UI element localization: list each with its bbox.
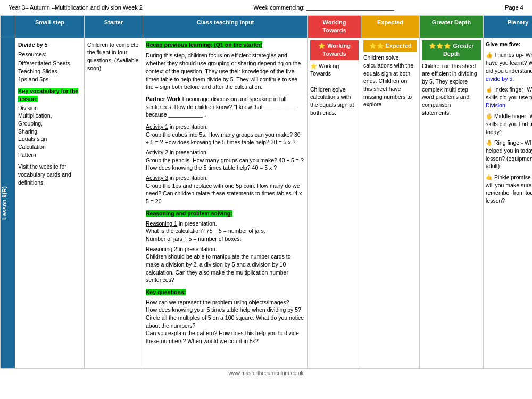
plenary-index: ☝ Index finger- What skills did you use …: [486, 86, 532, 109]
working-towards-cell: ⭐ Working Towards ⭐ Working Towards Chil…: [308, 38, 361, 368]
working-towards-label: Working Towards: [322, 43, 351, 57]
greater-depth-header: ⭐⭐⭐ Greater Depth: [422, 40, 481, 60]
expected-header: ⭐⭐ Expected: [363, 40, 417, 52]
recap-highlight: Recap previous learning: (Q1 on the star…: [146, 41, 262, 48]
key-questions-highlight: Key questions:: [146, 289, 186, 295]
starter-cell: Children to complete the fluent in four …: [85, 38, 143, 368]
ring-icon: 🤚: [486, 139, 493, 146]
key-questions-text: How can we represent the problem using o…: [146, 298, 305, 345]
small-step-title: Divide by 5: [18, 41, 81, 49]
expected-cell: ⭐⭐ Expected Children solve calculations …: [361, 38, 420, 368]
expected-label: Expected: [386, 43, 412, 49]
partner-work-label: Partner Work: [146, 96, 181, 102]
pinkie-icon: 🤙: [486, 174, 493, 180]
plenary-title: Give me five:: [486, 40, 532, 48]
col-header-small-step: Small step: [15, 16, 85, 38]
week-commencing: Week commencing: _______________________…: [253, 4, 394, 11]
key-questions-section: Key questions: How can we represent the …: [146, 288, 305, 345]
page-number: Page 4: [505, 4, 523, 11]
activity1: Activity 1 in presentation.Group the cub…: [146, 123, 305, 146]
col-header-plenary: Plenary: [484, 16, 533, 38]
vocab-list: DivisionMultiplication,Grouping,SharingE…: [18, 104, 81, 159]
small-step-cell: Divide by 5 Resources: Differentiated Sh…: [15, 38, 85, 368]
starter-text: Children to complete the fluent in four …: [87, 41, 140, 72]
working-towards-header: ⭐ Working Towards: [310, 40, 359, 60]
col-header-class-teaching: Class teaching input: [143, 16, 308, 38]
expected-text: Children solve calculations with the equ…: [363, 54, 417, 109]
resources-label: Resources:: [18, 51, 81, 59]
plenary-middle: 🖐 Middle finger- What skills did you fin…: [486, 112, 532, 136]
activity1-label: Activity 1: [146, 123, 168, 130]
vocab-label: Key vocabulary for the lesson:: [18, 87, 81, 103]
activity3: Activity 3 in presentation.Group the 1ps…: [146, 174, 305, 205]
reasoning-section: Reasoning and problem solving: Reasoning…: [146, 210, 305, 284]
col-header-lesson: [1, 16, 15, 38]
reasoning-highlight: Reasoning and problem solving:: [146, 210, 232, 217]
partner-work: Partner Work Encourage discussion and sp…: [146, 95, 305, 119]
page-footer: www.masterthecurriculum.co.uk: [0, 369, 532, 377]
activity2: Activity 2 in presentation.Group the pen…: [146, 148, 305, 172]
class-teaching-cell: Recap previous learning: (Q1 on the star…: [143, 38, 308, 368]
recap-text: Recap previous learning: (Q1 on the star…: [146, 41, 305, 49]
expected-stars: ⭐⭐: [369, 43, 386, 49]
page-header: Year 3– Autumn –Multiplication and divis…: [0, 0, 532, 15]
plenary-thumb: 👍 Thumbs up- What have you learnt? What …: [486, 51, 532, 82]
plenary-cell: Give me five: 👍 Thumbs up- What have you…: [484, 38, 533, 368]
working-towards-star: ⭐: [318, 43, 327, 49]
col-header-starter: Starter: [85, 16, 143, 38]
greater-text: Children on this sheet are efficient in …: [422, 62, 481, 117]
greater-depth-cell: ⭐⭐⭐ Greater Depth Children on this sheet…: [420, 38, 484, 368]
activity3-label: Activity 3: [146, 174, 168, 181]
lesson-label-cell: Lesson 9(R): [1, 38, 15, 368]
col-header-greater: Greater Depth: [420, 16, 484, 38]
thumb-icon: 👍: [486, 52, 493, 58]
page-title: Year 3– Autumn –Multiplication and divis…: [9, 4, 143, 11]
activity2-label: Activity 2: [146, 149, 168, 155]
greater-stars: ⭐⭐⭐: [429, 43, 453, 49]
intro-text: During this step, children focus on effi…: [146, 52, 305, 90]
index-highlight: Division.: [486, 102, 507, 109]
resources-text: Differentiated SheetsTeaching Slides1ps …: [18, 60, 81, 83]
plenary-ring: 🤚 Ring finger- What helped you in today'…: [486, 139, 532, 170]
key-questions-label: Key questions:: [146, 288, 305, 296]
col-header-working-towards: Working Towards: [308, 16, 361, 38]
index-icon: ☝: [486, 86, 493, 93]
plenary-pinkie: 🤙 Pinkie promise- What will you make sur…: [486, 173, 532, 205]
reasoning-label: Reasoning and problem solving:: [146, 210, 305, 218]
reasoning1: Reasoning 1 in presentation.What is the …: [146, 220, 305, 243]
middle-icon: 🖐: [486, 113, 493, 119]
working-towards-text: ⭐ Working Towards Children solve calcula…: [310, 62, 359, 117]
col-header-expected: Expected: [361, 16, 420, 38]
visit-text: Visit the website for vocabulary cards a…: [18, 163, 81, 186]
reasoning2: Reasoning 2 in presentation.Children sho…: [146, 245, 305, 284]
footer-url: www.masterthecurriculum.co.uk: [228, 370, 303, 376]
lesson-label: Lesson 9(R): [1, 186, 9, 220]
